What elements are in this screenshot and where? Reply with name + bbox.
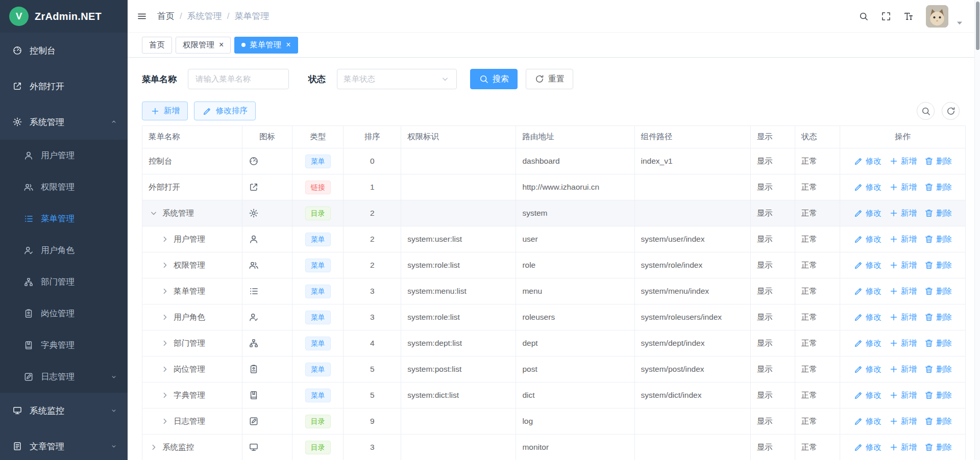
add-row-button[interactable]: 新增 [889,390,917,401]
cell-operations: 修改新增删除 [840,200,965,226]
sidebar-item-label: 用户角色 [41,245,75,256]
edit-row-button[interactable]: 修改 [853,182,881,193]
table-search-button[interactable] [917,102,935,120]
del-row-button[interactable]: 删除 [924,312,952,323]
column-header: 菜单名称 [142,126,242,148]
edit-row-button[interactable]: 修改 [853,390,881,401]
sidebar-item-menu[interactable]: 菜单管理 [0,203,128,235]
sidebar-item-external[interactable]: 外部打开 [0,68,128,104]
row-action-label: 新增 [901,442,917,453]
edit-row-button[interactable]: 修改 [853,286,881,297]
edit-row-button[interactable]: 修改 [853,416,881,427]
plus-icon [150,106,160,116]
avatar[interactable] [926,5,948,28]
cell-status: 正常 [795,226,840,252]
row-action-label: 删除 [936,156,952,167]
add-row-button[interactable]: 新增 [889,338,917,349]
expand-icon[interactable] [160,234,170,244]
expand-icon[interactable] [160,338,170,348]
status-select[interactable]: 菜单状态 [337,69,457,89]
add-row-button[interactable]: 新增 [889,182,917,193]
tab-home[interactable]: 首页 [142,37,172,54]
expand-icon[interactable] [160,364,170,374]
sidebar-item-log[interactable]: 日志管理 [0,361,128,393]
cell-menu-name: 控制台 [142,148,242,174]
add-row-button[interactable]: 新增 [889,156,917,167]
add-row-button[interactable]: 新增 [889,208,917,219]
del-row-button[interactable]: 删除 [924,416,952,427]
edit-row-button[interactable]: 修改 [853,260,881,271]
edit-row-button[interactable]: 修改 [853,312,881,323]
caret-down-icon[interactable] [954,18,965,28]
cell-text: 显示 [757,183,773,191]
sort-button[interactable]: 修改排序 [194,101,256,120]
add-row-button[interactable]: 新增 [889,364,917,375]
row-action-label: 新增 [901,234,917,245]
del-row-button[interactable]: 删除 [924,338,952,349]
sidebar-item-monitor[interactable]: 系统监控 [0,393,128,428]
edit-row-button[interactable]: 修改 [853,338,881,349]
header-search-button[interactable] [859,11,869,21]
expand-icon[interactable] [160,416,170,426]
expand-icon[interactable] [160,260,170,270]
expand-icon[interactable] [149,442,159,452]
gear-icon [12,117,22,127]
sidebar-item-role[interactable]: 权限管理 [0,171,128,203]
del-row-button[interactable]: 删除 [924,286,952,297]
cell-perm [401,174,516,200]
table-refresh-button[interactable] [942,102,960,120]
sidebar-item-article[interactable]: 文章管理 [0,428,128,460]
logo[interactable]: V ZrAdmin.NET [0,0,128,33]
fullscreen-button[interactable] [881,11,891,21]
cell-text: 3 [370,443,375,451]
tab-role[interactable]: 权限管理× [176,37,231,54]
del-row-button[interactable]: 删除 [924,442,952,453]
add-row-button[interactable]: 新增 [889,442,917,453]
column-header: 路由地址 [516,126,634,148]
breadcrumb-item[interactable]: 首页 [157,10,175,22]
del-row-button[interactable]: 删除 [924,364,952,375]
add-row-button[interactable]: 新增 [889,260,917,271]
reset-button[interactable]: 重置 [526,69,573,89]
edit-row-button[interactable]: 修改 [853,442,881,453]
sidebar-item-post[interactable]: 岗位管理 [0,298,128,329]
del-row-button[interactable]: 删除 [924,182,952,193]
add-button[interactable]: 新增 [142,101,188,120]
expand-icon[interactable] [160,286,170,296]
sidebar-item-roleusers[interactable]: 用户角色 [0,235,128,266]
tab-close-icon[interactable]: × [286,41,290,49]
expand-icon[interactable] [160,390,170,400]
search-button[interactable]: 搜索 [470,69,518,89]
sidebar-item-dict[interactable]: 字典管理 [0,329,128,361]
tab-close-icon[interactable]: × [219,41,224,49]
edit-row-button[interactable]: 修改 [853,364,881,375]
edit-icon [853,286,864,296]
collapse-icon[interactable] [149,208,159,218]
sidebar-item-user[interactable]: 用户管理 [0,140,128,171]
del-row-button[interactable]: 删除 [924,156,952,167]
menu-name-input[interactable] [188,69,289,89]
tab-menu[interactable]: 菜单管理× [234,37,298,54]
add-row-button[interactable]: 新增 [889,286,917,297]
del-row-button[interactable]: 删除 [924,208,952,219]
del-row-button[interactable]: 删除 [924,234,952,245]
expand-icon[interactable] [160,312,170,322]
add-row-button[interactable]: 新增 [889,416,917,427]
cell-menu-name: 菜单管理 [142,278,242,304]
sidebar-item-dashboard[interactable]: 控制台 [0,33,128,68]
sidebar-item-dept[interactable]: 部门管理 [0,266,128,298]
table-row: 控制台菜单0dashboardindex_v1显示正常修改新增删除 [142,148,966,174]
scrollbar-thumb[interactable] [976,2,979,50]
status-select-value: 菜单状态 [344,74,375,85]
sidebar-item-system[interactable]: 系统管理 [0,104,128,140]
chevron-down-icon [440,74,450,84]
del-row-button[interactable]: 删除 [924,390,952,401]
edit-row-button[interactable]: 修改 [853,208,881,219]
del-row-button[interactable]: 删除 [924,260,952,271]
edit-row-button[interactable]: 修改 [853,234,881,245]
edit-row-button[interactable]: 修改 [853,156,881,167]
font-size-button[interactable] [903,11,914,21]
sidebar-toggle-button[interactable] [137,11,147,21]
add-row-button[interactable]: 新增 [889,312,917,323]
add-row-button[interactable]: 新增 [889,234,917,245]
